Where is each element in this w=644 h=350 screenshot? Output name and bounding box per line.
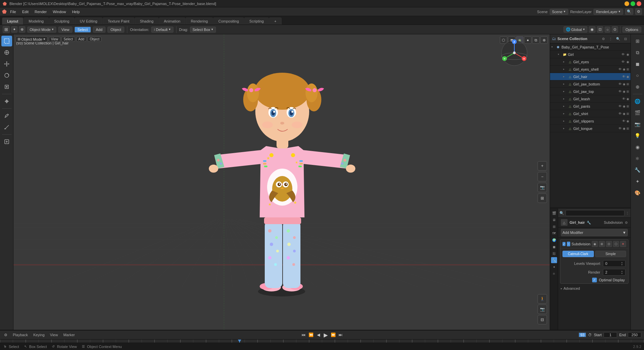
outliner-item-girl-jaw-bottom[interactable]: ▸ △ Girl_jaw_bottom 👁 ◉ ⊞ bbox=[550, 80, 631, 88]
step-forward-btn[interactable]: ⏩ bbox=[330, 331, 336, 338]
modifier-settings-icon[interactable]: ⚙ bbox=[625, 221, 628, 224]
jump-start-btn[interactable]: ⏮ bbox=[300, 331, 307, 338]
transform-icon[interactable]: ⊕ bbox=[19, 26, 25, 33]
render-up-arrow[interactable]: ▲ bbox=[621, 270, 623, 272]
view-label[interactable]: View bbox=[49, 332, 59, 338]
mod-edit-btn[interactable]: ⊡ bbox=[606, 241, 612, 247]
levels-down-arrow[interactable]: ▼ bbox=[621, 264, 623, 266]
slippers-visibility[interactable]: 👁 bbox=[622, 119, 625, 123]
optimal-display-checkbox[interactable]: ✓ bbox=[592, 278, 597, 282]
outliner-options-btn[interactable]: ⋮ bbox=[608, 36, 614, 42]
prop-tab-scene[interactable]: 🗺 bbox=[551, 230, 557, 236]
proportional-mode-btn[interactable]: ⊙ bbox=[612, 26, 618, 33]
menu-render[interactable]: Render bbox=[32, 9, 50, 14]
tool-cursor[interactable] bbox=[1, 47, 12, 58]
outliner-item-girl-shirt[interactable]: ▸ △ Girl_shirt 👁 ◉ ⊞ bbox=[550, 110, 631, 117]
grid-view-btn[interactable]: ⊟ bbox=[538, 315, 547, 324]
tab-layout[interactable]: Layout bbox=[2, 18, 23, 25]
scene-dropdown[interactable]: Scene ▼ bbox=[550, 9, 568, 15]
transform-pivot-btn[interactable]: ◉ bbox=[589, 26, 595, 33]
jaw-top-visibility[interactable]: 👁 bbox=[618, 90, 622, 93]
global-dropdown[interactable]: 🌐 Global ▼ bbox=[564, 26, 588, 33]
xray-btn[interactable]: ⊕ bbox=[540, 36, 548, 44]
menu-file[interactable]: File bbox=[7, 9, 19, 14]
outliner-item-girl-hair[interactable]: ▸ △ Girl_hair 👁 ◉ bbox=[550, 73, 631, 80]
outliner-item-girl-eyes[interactable]: ▸ △ Girl_eyes 👁 ◉ bbox=[550, 58, 631, 66]
tab-compositing[interactable]: Compositing bbox=[213, 18, 244, 25]
perspective-ortho-btn[interactable]: ⊞ bbox=[538, 194, 547, 203]
marker-label[interactable]: Marker bbox=[62, 332, 76, 338]
render-down-arrow[interactable]: ▼ bbox=[621, 272, 623, 275]
right-tool-7[interactable]: 🎬 bbox=[632, 107, 643, 118]
options-btn[interactable]: Options bbox=[622, 27, 641, 33]
outliner-item-girl-slippers[interactable]: ▸ △ Girl_slippers 👁 ◉ bbox=[550, 117, 631, 125]
right-tool-6[interactable]: 🌐 bbox=[632, 96, 643, 107]
menu-window[interactable]: Window bbox=[50, 9, 69, 14]
hair-visibility[interactable]: 👁 bbox=[622, 75, 625, 78]
tool-measure[interactable] bbox=[1, 122, 12, 133]
select-button[interactable]: Select bbox=[74, 27, 91, 33]
start-frame-value[interactable]: 1 bbox=[604, 332, 617, 338]
wireframe-shading-btn[interactable]: ⬡ bbox=[500, 36, 507, 44]
view-button[interactable]: View bbox=[58, 27, 72, 33]
timeline-settings-icon[interactable]: ⚙ bbox=[3, 332, 9, 338]
outliner-item-scene[interactable]: ▾ ⬟ Baby_Girl_Pajamas_T_Pose 👁 bbox=[550, 43, 631, 51]
shirt-visibility[interactable]: 👁 bbox=[618, 112, 622, 115]
search-button[interactable]: 🔍 bbox=[625, 8, 633, 15]
prop-tab-object[interactable]: ◼ bbox=[551, 244, 557, 250]
menu-edit[interactable]: Edit bbox=[20, 9, 31, 14]
outliner-item-girl-tongue[interactable]: ▸ △ Girl_tongue 👁 ◉ ⊞ bbox=[550, 125, 631, 132]
tab-uv-editing[interactable]: UV Editing bbox=[75, 18, 102, 25]
prop-search-input[interactable] bbox=[566, 210, 624, 216]
current-frame-value[interactable]: 93 bbox=[579, 332, 586, 337]
rendered-shading-btn[interactable]: ● bbox=[524, 36, 532, 44]
pants-visibility[interactable]: 👁 bbox=[618, 104, 622, 108]
close-button[interactable]: ✕ bbox=[637, 1, 641, 6]
zoom-out-btn[interactable]: − bbox=[538, 172, 547, 181]
3d-viewport[interactable]: User Perspective (93) Scene Collection |… bbox=[13, 34, 550, 330]
catmull-clark-btn[interactable]: Catmull-Clark bbox=[562, 251, 594, 257]
right-tool-10[interactable]: ◉ bbox=[632, 142, 643, 152]
tab-add[interactable]: + bbox=[269, 18, 281, 25]
viewport-select-dropdown[interactable]: Select bbox=[62, 37, 75, 42]
right-tool-9[interactable]: 💡 bbox=[632, 130, 643, 141]
outliner-filter2-btn[interactable]: ⊟ bbox=[622, 36, 629, 42]
right-tool-4[interactable]: ○ bbox=[632, 70, 643, 81]
tab-texture-paint[interactable]: Texture Paint bbox=[103, 18, 134, 25]
outliner-item-girl-leash[interactable]: ▸ △ Girl_leash 👁 ◉ bbox=[550, 95, 631, 103]
tool-scale[interactable] bbox=[1, 81, 12, 92]
walk-mode-btn[interactable]: 🚶 bbox=[538, 294, 547, 304]
simple-btn[interactable]: Simple bbox=[595, 251, 626, 257]
eyes-visibility-icon[interactable]: 👁 bbox=[621, 60, 625, 64]
keying-label[interactable]: Keying bbox=[32, 332, 46, 338]
tool-annotate[interactable] bbox=[1, 110, 12, 121]
material-shading-btn[interactable]: ◉ bbox=[516, 36, 523, 44]
right-tool-13[interactable]: ✦ bbox=[632, 176, 643, 187]
playback-label[interactable]: Playback bbox=[11, 332, 29, 338]
tab-shading[interactable]: Shading bbox=[135, 18, 158, 25]
eyes-shell-visibility[interactable]: 👁 bbox=[618, 67, 622, 71]
prop-tab-world[interactable]: 🌍 bbox=[551, 237, 557, 243]
outliner-item-girl[interactable]: ▾ 📁 Girl 👁 ◉ bbox=[550, 51, 631, 58]
leash-visibility[interactable]: 👁 bbox=[622, 97, 625, 101]
renderlayer-dropdown[interactable]: RenderLayer ▼ bbox=[593, 9, 623, 15]
add-modifier-button[interactable]: Add Modifier ▼ bbox=[561, 229, 628, 236]
right-tool-5[interactable]: ⊕ bbox=[632, 81, 643, 92]
overlay-btn[interactable]: ⧉ bbox=[532, 36, 540, 44]
advanced-section-header[interactable]: ▸ Advanced bbox=[558, 285, 631, 292]
viewport-object-dropdown[interactable]: Object bbox=[88, 37, 101, 42]
prop-tab-particles[interactable]: ✦ bbox=[551, 264, 557, 270]
proportional-btn[interactable]: ○ bbox=[605, 27, 610, 33]
right-tool-11[interactable]: ⚛ bbox=[632, 153, 643, 164]
tool-move[interactable] bbox=[1, 59, 12, 69]
object-button[interactable]: Object bbox=[107, 27, 124, 33]
levels-viewport-field[interactable]: 0 ▲ ▼ bbox=[603, 260, 625, 267]
tab-sculpting[interactable]: Sculpting bbox=[49, 18, 74, 25]
right-tool-2[interactable]: ⧉ bbox=[632, 47, 643, 58]
visibility-icon[interactable]: 👁 bbox=[626, 45, 629, 49]
camera-view-btn[interactable]: 📷 bbox=[538, 183, 547, 192]
perspective-icon[interactable]: ✦ bbox=[11, 26, 18, 33]
mod-render-btn[interactable]: ◉ bbox=[592, 241, 598, 247]
prop-tab-render[interactable]: 🎬 bbox=[551, 210, 557, 216]
tool-transform[interactable] bbox=[1, 96, 12, 107]
